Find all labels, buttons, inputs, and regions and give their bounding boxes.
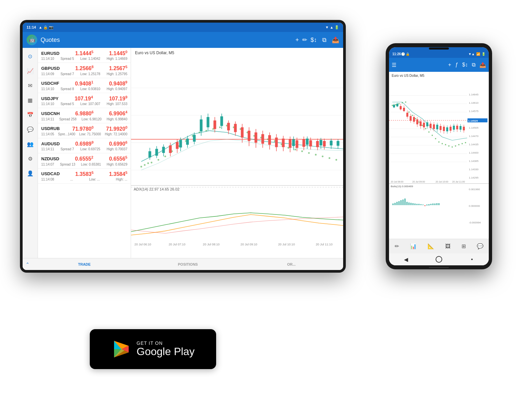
svg-rect-219 <box>420 204 422 205</box>
sidebar-icon-mail[interactable]: ✉ <box>25 80 35 90</box>
svg-rect-85 <box>296 140 298 148</box>
svg-rect-175 <box>423 123 425 127</box>
low-usdcnh: Low: 6.98120 <box>81 117 101 121</box>
svg-rect-89 <box>309 140 312 147</box>
tablet-time: 11:14 <box>27 25 36 29</box>
google-play-button[interactable]: GET IT ON Google Play <box>90 329 216 369</box>
phone-add-icon[interactable]: + <box>448 62 451 68</box>
quote-audusd[interactable]: AUDUSD 0.69899 0.69906 11:14:11 Spread 7… <box>38 138 131 153</box>
svg-text:20 Jul 09:00: 20 Jul 09:00 <box>412 181 425 183</box>
svg-point-151 <box>452 146 453 148</box>
svg-text:0.000000: 0.000000 <box>469 204 480 207</box>
quote-usdchf[interactable]: USDCHF 0.94081 0.94089 11:14:10 Spread 8… <box>38 78 131 93</box>
svg-rect-61 <box>176 142 179 149</box>
quote-eurusd[interactable]: EURUSD 1.14445 1.14450 11:14:10 Spread 5… <box>38 48 131 63</box>
tablet-signal-icons: ▼ ▲ 🔋 <box>325 25 339 30</box>
svg-rect-220 <box>422 204 424 205</box>
svg-point-35 <box>308 152 310 154</box>
phone-grid-icon[interactable]: ⊞ <box>462 243 466 249</box>
tab-trade[interactable]: TRADE <box>33 260 136 269</box>
low-gbpusd: Low: 1.25178 <box>80 72 100 76</box>
svg-point-135 <box>398 103 400 104</box>
svg-rect-99 <box>320 140 322 145</box>
svg-point-146 <box>435 138 436 139</box>
svg-point-145 <box>432 135 433 136</box>
edit-button[interactable]: ✏ <box>302 36 307 44</box>
svg-rect-163 <box>403 108 405 111</box>
time-usdcnh: 11:14:11 <box>41 117 54 121</box>
svg-rect-189 <box>446 127 448 131</box>
phone-function-icon[interactable]: ƒ <box>455 62 458 68</box>
spread-usdcad: ... <box>70 178 73 181</box>
sidebar-icon-calendar[interactable]: 📅 <box>25 110 35 120</box>
svg-rect-81 <box>282 139 285 147</box>
phone-chat-icon[interactable]: 💬 <box>477 243 483 249</box>
sidebar-icon-chat[interactable]: 💬 <box>25 124 35 134</box>
currency-icon[interactable]: $↕ <box>311 37 317 44</box>
windows-icon[interactable]: ⧉ <box>322 37 327 44</box>
spread-usdjpy: Spread 5 <box>61 102 74 106</box>
svg-rect-217 <box>416 204 418 205</box>
svg-point-9 <box>140 166 142 168</box>
bid-usdrub: 71.97800 <box>72 125 93 132</box>
phone-ruler-icon[interactable]: 📐 <box>428 243 434 249</box>
svg-rect-195 <box>456 126 458 129</box>
svg-point-143 <box>425 128 426 129</box>
sidebar-icon-quotes[interactable]: ⊙ <box>25 51 35 61</box>
svg-rect-91 <box>316 141 319 147</box>
svg-rect-222 <box>426 204 428 205</box>
quote-usdcnh[interactable]: USDCNH 6.98806 6.99064 11:14:11 Spread 2… <box>38 108 131 123</box>
add-button[interactable]: + <box>295 37 299 44</box>
svg-text:1.14400: 1.14400 <box>469 151 478 154</box>
svg-rect-208 <box>398 201 400 205</box>
svg-rect-218 <box>418 204 420 205</box>
tab-orders[interactable]: OR... <box>240 260 343 269</box>
high-usdjpy: High: 107.533 <box>107 102 127 106</box>
phone-screen: 11:26 🕐 🔒 ▼▲📶🔋 ☰ + ƒ $↕ ⧉ 📤 Euro vs US D… <box>389 47 489 265</box>
sidebar-icon-news[interactable]: ▦ <box>25 95 35 105</box>
play-text-block: GET IT ON Google Play <box>137 340 195 357</box>
ask-usdcnh: 6.99064 <box>109 110 127 117</box>
phone-home-btn[interactable] <box>436 256 442 263</box>
svg-rect-173 <box>420 121 422 126</box>
high-nzdusd: High: 0.65629 <box>107 163 127 166</box>
phone-menu-icon[interactable]: ☰ <box>392 62 396 68</box>
bid-usdchf: 0.94081 <box>75 80 93 87</box>
phone-time: 11:26 <box>392 52 401 56</box>
svg-rect-206 <box>394 203 396 205</box>
tab-positions[interactable]: POSITIONS <box>136 260 239 269</box>
phone-currency-icon[interactable]: $↕ <box>462 62 468 68</box>
phone-indicator-icon[interactable]: 📊 <box>410 243 417 249</box>
sidebar-icon-settings[interactable]: ⚙ <box>25 154 35 164</box>
svg-rect-191 <box>450 127 452 131</box>
svg-text:1.14365: 1.14365 <box>469 160 478 163</box>
svg-rect-95 <box>292 139 295 146</box>
ask-eurusd: 1.14450 <box>109 50 127 57</box>
quote-gbpusd[interactable]: GBPUSD 1.25668 1.25675 11:14:09 Spread 7… <box>38 63 131 78</box>
quote-nzdusd[interactable]: NZDUSD 0.65552 0.65565 11:14:07 Spread 1… <box>38 153 131 168</box>
svg-point-134 <box>395 104 396 105</box>
svg-rect-207 <box>396 202 398 205</box>
low-usdchf: Low: 0.93810 <box>80 87 100 91</box>
svg-rect-165 <box>406 113 408 117</box>
phone-draw-icon[interactable]: ✏ <box>395 243 399 249</box>
high-usdchf: High: 0.94097 <box>107 87 127 91</box>
phone-screenshot-icon[interactable]: 🖼 <box>445 243 451 249</box>
quote-usdjpy[interactable]: USDJPY 107.194 107.199 11:14:10 Spread 5… <box>38 93 131 108</box>
phone-export-icon[interactable]: 📤 <box>479 62 486 68</box>
header-action-icons: $↕ ⧉ 📤 <box>311 36 339 44</box>
quote-usdcad[interactable]: USDCAD 1.35835 1.35845 11:14:08 ... Low:… <box>38 169 131 184</box>
svg-point-141 <box>418 121 420 123</box>
export-icon[interactable]: 📤 <box>332 36 339 44</box>
phone-windows-icon[interactable]: ⧉ <box>472 62 475 68</box>
phone-back-btn[interactable]: ◀ <box>402 255 410 263</box>
spread-eurusd: Spread 5 <box>61 57 74 61</box>
sidebar-icon-chart[interactable]: 📈 <box>25 66 35 76</box>
phone-square-btn[interactable]: ▪ <box>468 255 476 263</box>
tab-arrow[interactable]: ⌃ <box>23 262 33 267</box>
svg-point-154 <box>462 143 463 144</box>
google-play-text: Google Play <box>137 346 195 357</box>
sidebar-icon-profile[interactable]: 👤 <box>25 168 35 178</box>
sidebar-icon-community[interactable]: 👥 <box>25 139 35 149</box>
quote-usdrub[interactable]: USDRUB 71.97800 71.99200 11:14:05 Spre..… <box>38 123 131 138</box>
